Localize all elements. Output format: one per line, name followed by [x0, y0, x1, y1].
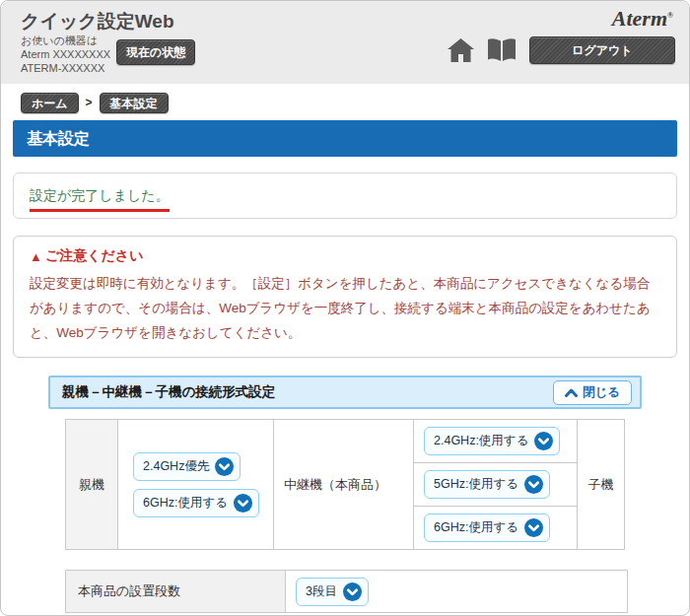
notice-box: ▲ ご注意ください 設定変更は即時に有効となります。［設定］ボタンを押したあと、…	[13, 236, 677, 358]
completion-message: 設定が完了しました。	[30, 187, 170, 212]
collapse-button-label: 閉じる	[583, 384, 620, 401]
registered-mark: ®	[667, 11, 673, 20]
home-icon[interactable]	[448, 38, 474, 62]
notice-title-text: ご注意ください	[45, 247, 144, 265]
dropdown-child-24ghz[interactable]: 2.4GHz:使用する	[424, 427, 560, 455]
connection-panel-title: 親機－中継機－子機の接続形式設定	[62, 383, 275, 401]
device-model: Aterm XXXXXXXX	[21, 47, 110, 61]
child-dropdown-cell: 5GHz:使用する	[414, 463, 578, 507]
collapse-panel-button[interactable]: 閉じる	[553, 380, 632, 405]
current-status-button[interactable]: 現在の状態	[116, 39, 195, 65]
breadcrumb: ホーム > 基本設定	[21, 92, 689, 113]
breadcrumb-current[interactable]: 基本設定	[100, 93, 169, 113]
header-actions: ログアウト	[448, 36, 675, 64]
dropdown-child-5ghz[interactable]: 5GHz:使用する	[424, 470, 550, 499]
aterm-logo: Aterm®	[612, 6, 673, 32]
chevron-up-icon	[565, 388, 578, 397]
warning-triangle-icon: ▲	[30, 250, 42, 263]
dropdown-parent-6ghz[interactable]: 6GHz:使用する	[133, 489, 259, 517]
table-row: 本商品の設置段数 3段目	[66, 571, 628, 613]
logout-button[interactable]: ログアウト	[529, 36, 675, 64]
child-device-label: 子機	[578, 420, 625, 550]
chevron-down-circle-icon	[343, 582, 362, 601]
table-row: 親機 2.4GHz優先 6GHz:使用する 中継	[66, 420, 625, 463]
chevron-down-circle-icon	[534, 432, 553, 450]
chevron-down-circle-icon	[524, 475, 543, 494]
connection-table: 親機 2.4GHz優先 6GHz:使用する 中継	[65, 419, 625, 550]
parent-dropdown-cell: 2.4GHz優先 6GHz:使用する	[118, 420, 274, 550]
chevron-down-circle-icon	[234, 494, 252, 513]
placement-table: 本商品の設置段数 3段目	[65, 570, 628, 613]
connection-panel-header: 親機－中継機－子機の接続形式設定 閉じる	[48, 376, 642, 409]
device-intro: お使いの機器は	[21, 34, 110, 47]
breadcrumb-separator: >	[86, 96, 93, 109]
header: クイック設定Web お使いの機器は Aterm XXXXXXXX ATERM-X…	[1, 1, 689, 84]
breadcrumb-home[interactable]: ホーム	[21, 93, 79, 113]
placement-label: 本商品の設置段数	[66, 571, 286, 613]
notice-title: ▲ ご注意ください	[30, 247, 660, 265]
notice-body: 設定変更は即時に有効となります。［設定］ボタンを押したあと、本商品にアクセスでき…	[30, 271, 660, 345]
device-info: お使いの機器は Aterm XXXXXXXX ATERM-XXXXXX	[21, 34, 110, 75]
parent-device-label: 親機	[66, 420, 118, 550]
device-name: ATERM-XXXXXX	[21, 61, 110, 75]
page-title: 基本設定	[13, 120, 677, 157]
dropdown-parent-24ghz[interactable]: 2.4GHz優先	[133, 452, 241, 481]
chevron-down-circle-icon	[215, 457, 234, 476]
manual-book-icon[interactable]	[487, 38, 517, 62]
app-title: クイック設定Web	[21, 9, 174, 34]
child-dropdown-cell: 2.4GHz:使用する	[414, 420, 578, 463]
placement-value-cell: 3段目	[286, 571, 628, 613]
child-dropdown-cell: 6GHz:使用する	[414, 507, 578, 550]
chevron-down-circle-icon	[524, 518, 543, 537]
relay-device-label: 中継機（本商品）	[274, 420, 414, 550]
page-container: クイック設定Web お使いの機器は Aterm XXXXXXXX ATERM-X…	[0, 0, 690, 616]
dropdown-child-6ghz[interactable]: 6GHz:使用する	[424, 513, 550, 542]
dropdown-placement-tier[interactable]: 3段目	[296, 578, 369, 606]
completion-message-box: 設定が完了しました。	[13, 172, 677, 219]
